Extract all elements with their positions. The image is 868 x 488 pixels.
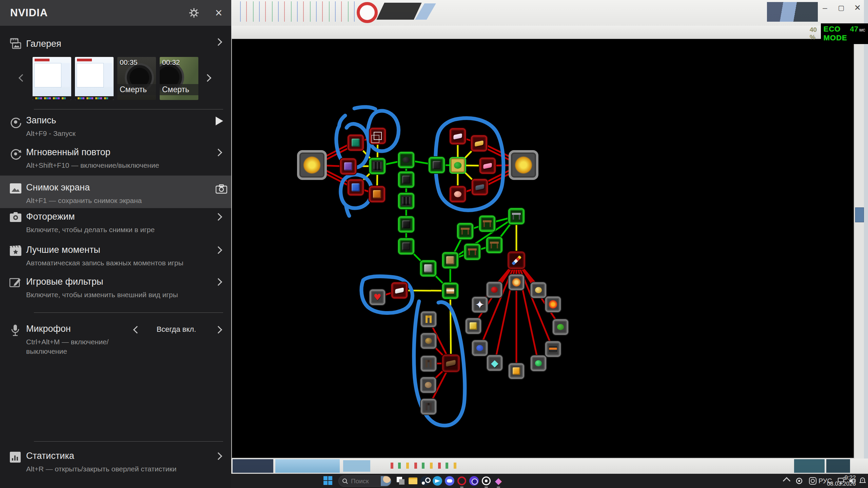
menu-subtitle: Включите, чтобы делать снимки в игре bbox=[26, 225, 192, 235]
decor bbox=[77, 63, 104, 87]
menu-item-photo-mode[interactable]: Фоторежим Включите, чтобы делать снимки … bbox=[0, 211, 231, 239]
video-duration: 00:32 bbox=[162, 58, 180, 66]
file-explorer-icon[interactable] bbox=[408, 476, 418, 486]
gallery-thumb-screenshot[interactable] bbox=[75, 57, 114, 100]
gallery-thumb-video[interactable]: 00:35 Смерть bbox=[117, 57, 156, 100]
play-icon bbox=[216, 117, 223, 125]
microphone-icon bbox=[10, 324, 23, 337]
graph-node-ingotP bbox=[479, 158, 496, 174]
maximize-button[interactable]: ▢ bbox=[833, 2, 849, 14]
minimize-button[interactable]: – bbox=[817, 2, 833, 14]
graph-node-bluebrick bbox=[348, 179, 364, 196]
menu-item-record[interactable]: Запись Alt+F9 - Запуск bbox=[0, 115, 231, 142]
decor-right-smear bbox=[767, 2, 818, 22]
graph-node-chestp bbox=[421, 399, 436, 414]
gallery-thumb-screenshot[interactable] bbox=[33, 57, 71, 100]
menu-title: Статистика bbox=[26, 451, 192, 461]
chevron-right-icon bbox=[216, 279, 221, 286]
background-window-bottom bbox=[231, 459, 868, 474]
steam-icon[interactable] bbox=[420, 476, 430, 486]
decor-dark-block bbox=[826, 459, 850, 473]
menu-item-statistics[interactable]: Статистика Alt+R — открыть/закрыть оверл… bbox=[0, 451, 231, 478]
tray-expand-chevron[interactable] bbox=[784, 474, 789, 488]
graph-node-sunR bbox=[509, 150, 538, 180]
telegram-icon[interactable] bbox=[433, 476, 442, 486]
menu-item-game-filters[interactable]: Игровые фильтры Включите, чтобы изменить… bbox=[0, 277, 231, 304]
decor-thumb-sky bbox=[275, 459, 340, 473]
steelseries-icon[interactable] bbox=[481, 476, 491, 486]
graph-node-glove bbox=[420, 377, 436, 393]
game-filters-icon bbox=[9, 277, 22, 290]
screen: – ▢ ✕ ♥✦◆ 40 % ECO MODE 47 мс bbox=[0, 0, 868, 488]
mic-option-prev-icon[interactable] bbox=[134, 327, 140, 334]
graph-node-amulet bbox=[421, 333, 436, 349]
game-window-top-border bbox=[231, 26, 864, 38]
menu-subtitle: Alt+F1 — сохранить снимок экрана bbox=[26, 196, 192, 205]
graph-node-wirecube bbox=[370, 128, 386, 144]
task-view-icon[interactable] bbox=[396, 476, 406, 486]
video-label: Смерть bbox=[117, 84, 156, 95]
tray-obs-icon[interactable] bbox=[809, 474, 816, 488]
graph-node-cageA bbox=[369, 158, 386, 174]
graph-node-bigtable bbox=[508, 208, 525, 224]
settings-gear-icon[interactable] bbox=[189, 7, 200, 19]
game-window-right-border bbox=[854, 38, 864, 459]
minecraft-launcher-icon[interactable]: ◆ bbox=[494, 476, 503, 486]
opera-icon[interactable] bbox=[457, 476, 467, 486]
menu-item-instant-replay[interactable]: Мгновенный повтор Alt+Shift+F10 — включе… bbox=[0, 147, 231, 174]
gallery-title: Галерея bbox=[26, 39, 192, 49]
graph-node-brush bbox=[508, 251, 525, 269]
scrollbar-thumb[interactable] bbox=[855, 207, 864, 222]
graph-node-purple bbox=[340, 158, 356, 175]
nvidia-broadcast-icon[interactable] bbox=[469, 476, 479, 486]
eco-mode-label: ECO MODE bbox=[824, 25, 847, 42]
graph-node-saddle bbox=[442, 354, 460, 372]
mic-option-next-icon[interactable] bbox=[216, 327, 221, 334]
graph-node-sunL bbox=[297, 150, 327, 180]
gallery-prev-icon[interactable] bbox=[20, 75, 25, 82]
tray-date: 08.03.2026 bbox=[827, 481, 856, 487]
gpu-percent: 40 % bbox=[810, 26, 819, 41]
menu-item-microphone[interactable]: Микрофон Ctrl+Alt+M — включение/выключен… bbox=[0, 324, 231, 361]
notification-bell-icon[interactable]: z bbox=[859, 474, 867, 488]
graph-node-charcoal bbox=[398, 152, 414, 168]
graph-node-netherite bbox=[472, 179, 488, 195]
decor bbox=[77, 59, 92, 61]
menu-title: Фоторежим bbox=[26, 211, 192, 222]
decor-red-logo bbox=[357, 2, 378, 23]
search-input[interactable] bbox=[350, 477, 381, 485]
graph-node-cageB bbox=[398, 193, 414, 209]
gallery-thumb-video[interactable]: 00:32 Смерть bbox=[160, 57, 198, 100]
background-window-titlebar: – ▢ ✕ bbox=[231, 0, 868, 26]
menu-subtitle: Alt+R — открыть/закрыть оверлей статисти… bbox=[26, 464, 192, 474]
chevron-right-icon bbox=[216, 453, 221, 460]
desktop-right-edge bbox=[864, 0, 868, 474]
search-box[interactable] bbox=[338, 475, 391, 487]
decor-teal-block bbox=[794, 459, 825, 473]
menu-item-screenshot[interactable]: Снимок экрана Alt+F1 — сохранить снимок … bbox=[0, 176, 231, 208]
menu-title: Снимок экрана bbox=[26, 182, 192, 193]
gallery-next-icon[interactable] bbox=[205, 75, 210, 82]
tray-steelseries-icon[interactable] bbox=[795, 474, 803, 488]
discord-icon[interactable] bbox=[445, 476, 454, 486]
camera-icon bbox=[216, 184, 227, 195]
close-window-button[interactable]: ✕ bbox=[850, 2, 865, 14]
search-daily-image bbox=[381, 476, 391, 486]
graph-node-teal bbox=[348, 135, 364, 151]
gallery-row[interactable]: Галерея bbox=[0, 37, 231, 52]
video-label: Смерть bbox=[160, 84, 198, 95]
close-overlay-icon[interactable]: × bbox=[213, 7, 224, 19]
start-button[interactable] bbox=[323, 476, 333, 486]
graph-node-nugget bbox=[531, 282, 546, 298]
menu-subtitle: Alt+F9 - Запуск bbox=[26, 129, 192, 138]
menu-item-highlights[interactable]: Лучшие моменты Автоматическая запись важ… bbox=[0, 245, 231, 272]
graph-node-ingotW bbox=[450, 128, 466, 144]
nvidia-brand: NVIDIA bbox=[10, 0, 48, 26]
clock[interactable]: 9:22 08.03.2026 bbox=[827, 475, 856, 487]
divider bbox=[34, 109, 223, 109]
graph-node-netherstar: ✦ bbox=[472, 297, 488, 312]
decor bbox=[34, 63, 61, 87]
graph-node-t1 bbox=[457, 223, 473, 239]
decor-thumb-dark bbox=[233, 459, 273, 473]
graph-node-flintfire bbox=[545, 297, 561, 312]
